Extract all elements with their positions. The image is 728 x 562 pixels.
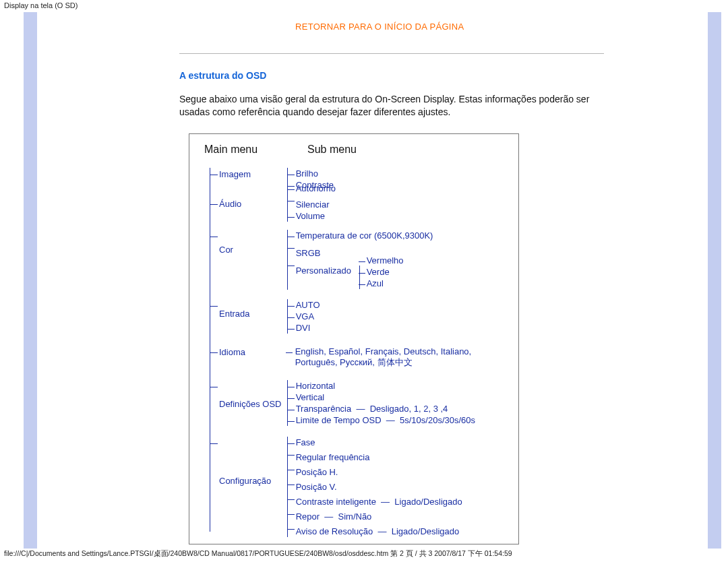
tree-item: Vertical — [296, 392, 475, 403]
tree-item: DVI — [296, 322, 320, 334]
tree-item: Autónomo — [296, 183, 336, 194]
divider — [179, 53, 604, 54]
tree-item: AUTO — [296, 299, 320, 311]
osd-tree-diagram: Main menu Sub menu Imagem Brilho Contras… — [189, 133, 519, 544]
tree-item: Aviso de Resolução — Ligado/Desligado — [296, 522, 462, 537]
tree-item: Regular frequência — [296, 448, 462, 463]
tree-item-label: Personalizado — [296, 266, 351, 276]
body-text: Segue abaixo uma visão geral da estrutur… — [179, 93, 611, 119]
tree-item: Vermelho — [367, 255, 404, 266]
tree-main-configuracao: Configuração — [219, 437, 283, 486]
tree-item: Horizontal — [296, 380, 475, 392]
footer-path: file:///C|/Documents and Settings/Lance.… — [4, 549, 512, 559]
tree-item: VGA — [296, 311, 320, 322]
tree-item: English, Español, Français, Deutsch, Ita… — [295, 346, 472, 367]
tree-item: Repor — Sim/Não — [296, 507, 462, 522]
tree-item: Limite de Tempo OSD — 5s/10s/20s/30s/60s — [296, 414, 475, 426]
tree-main-entrada: Entrada — [219, 299, 283, 319]
right-margin-bar — [708, 12, 721, 549]
tree-item: Verde — [367, 266, 404, 278]
tree-item: Personalizado Vermelho Verde Azul — [296, 259, 433, 290]
tree-main-idioma: Idioma — [219, 346, 283, 357]
tree-main-cor: Cor — [219, 230, 283, 255]
tree-item: Azul — [367, 278, 404, 289]
column-header-main: Main menu — [204, 144, 268, 156]
tree-item: Posição V. — [296, 478, 462, 493]
tree-item: Posição H. — [296, 463, 462, 478]
tree-item: Silenciar — [296, 194, 336, 210]
tree-item: Contraste inteligente — Ligado/Desligado — [296, 493, 462, 507]
tree-main-definicoes: Definições OSD — [219, 380, 283, 409]
top-link[interactable]: RETORNAR PARA O INÍCIO DA PÁGINA — [179, 12, 638, 32]
tree-item: Volume — [296, 210, 336, 222]
tree-item: Fase — [296, 437, 462, 448]
page-title-small: Display na tela (O SD) — [4, 1, 78, 9]
tree-item: Brilho — [296, 168, 334, 179]
section-title: A estrutura do OSD — [179, 70, 638, 81]
tree-item: Transparência — Desligado, 1, 2, 3 ,4 — [296, 403, 475, 414]
tree-item: SRGB — [296, 241, 433, 259]
column-header-sub: Sub menu — [307, 144, 357, 156]
osd-tree: Imagem Brilho Contraste Áudio Autónomo S… — [204, 168, 510, 537]
left-margin-bar — [24, 12, 37, 549]
content-area: RETORNAR PARA O INÍCIO DA PÁGINA A estru… — [179, 12, 638, 544]
tree-item: Temperatura de cor (6500K,9300K) — [296, 230, 433, 241]
tree-main-imagem: Imagem — [219, 168, 283, 179]
tree-main-audio: Áudio — [219, 197, 283, 209]
